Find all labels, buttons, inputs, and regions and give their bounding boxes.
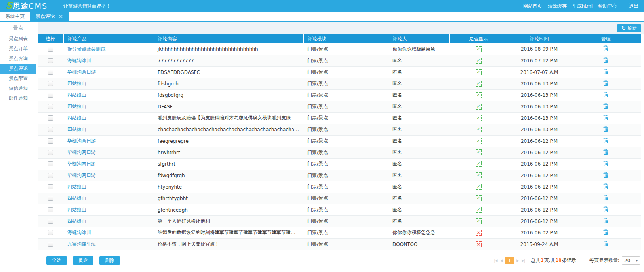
- sidebar-item-scenic-orders[interactable]: 景点订单: [0, 44, 36, 54]
- row-checkbox[interactable]: [48, 93, 53, 98]
- visibility-cell: ✓: [449, 124, 508, 135]
- row-checkbox[interactable]: [48, 219, 53, 224]
- hidden-cross-icon[interactable]: ×: [476, 230, 482, 236]
- visible-check-icon[interactable]: ✓: [476, 58, 482, 64]
- visible-check-icon[interactable]: ✓: [476, 104, 482, 110]
- sidebar-item-sms-notify[interactable]: 短信通知: [0, 83, 36, 93]
- row-delete-button[interactable]: [603, 138, 608, 145]
- visible-check-icon[interactable]: ✓: [476, 195, 482, 201]
- row-delete-button[interactable]: [603, 45, 608, 53]
- row-delete-button[interactable]: [603, 229, 608, 236]
- row-checkbox[interactable]: [48, 104, 53, 109]
- first-page-icon[interactable]: |◀: [494, 259, 497, 263]
- last-page-icon[interactable]: ▶|: [522, 259, 525, 263]
- product-link[interactable]: 四姑娘山: [67, 184, 86, 189]
- visible-check-icon[interactable]: ✓: [476, 81, 482, 87]
- row-checkbox[interactable]: [48, 70, 53, 75]
- sidebar-item-scenic-comments[interactable]: 景点评论: [0, 64, 36, 74]
- visible-check-icon[interactable]: ✓: [476, 207, 482, 213]
- prev-page-icon[interactable]: ◀: [500, 259, 502, 263]
- row-checkbox[interactable]: [48, 127, 53, 132]
- visible-check-icon[interactable]: ✓: [476, 218, 482, 224]
- row-delete-button[interactable]: [603, 241, 608, 248]
- row-checkbox[interactable]: [48, 58, 53, 63]
- row-delete-button[interactable]: [603, 57, 608, 64]
- row-delete-button[interactable]: [603, 115, 608, 122]
- product-link[interactable]: 四姑娘山: [67, 207, 86, 212]
- row-delete-button[interactable]: [603, 80, 608, 87]
- row-delete-button[interactable]: [603, 206, 608, 213]
- product-link[interactable]: 九寨沟犀牛海: [67, 241, 96, 247]
- visibility-cell: ✓: [449, 215, 508, 227]
- top-link-generate-html[interactable]: 生成html: [572, 3, 593, 9]
- row-delete-button[interactable]: [603, 183, 608, 191]
- product-link[interactable]: 毕棚沟两日游: [67, 138, 96, 144]
- page-size-select[interactable]: 20 ▾: [622, 256, 640, 265]
- row-checkbox[interactable]: [48, 115, 53, 121]
- delete-button[interactable]: 删除: [99, 256, 120, 265]
- invert-selection-button[interactable]: 反选: [73, 256, 93, 265]
- visible-check-icon[interactable]: ✓: [476, 138, 482, 144]
- top-link-help-center[interactable]: 帮助中心: [598, 3, 617, 9]
- row-delete-button[interactable]: [603, 195, 608, 202]
- row-checkbox[interactable]: [48, 81, 53, 86]
- product-link[interactable]: 毕棚沟两日游: [67, 149, 96, 155]
- hidden-cross-icon[interactable]: ×: [476, 241, 482, 247]
- row-delete-button[interactable]: [603, 161, 608, 168]
- top-link-site-home[interactable]: 网站首页: [523, 3, 542, 9]
- row-checkbox[interactable]: [48, 184, 53, 189]
- product-link[interactable]: 四姑娘山: [67, 218, 86, 224]
- current-page-badge[interactable]: 1: [505, 257, 514, 264]
- row-delete-button[interactable]: [603, 126, 608, 133]
- row-checkbox[interactable]: [48, 161, 53, 166]
- row-checkbox[interactable]: [48, 242, 53, 247]
- product-link[interactable]: 海螺沟冰川: [67, 230, 91, 235]
- row-checkbox[interactable]: [48, 47, 53, 52]
- row-delete-button[interactable]: [603, 218, 608, 225]
- sidebar-item-scenic-list[interactable]: 景点列表: [0, 34, 36, 44]
- sidebar-item-scenic-inquiries[interactable]: 景点咨询: [0, 54, 36, 64]
- product-link[interactable]: 四姑娘山: [67, 92, 86, 98]
- visible-check-icon[interactable]: ✓: [476, 127, 482, 132]
- product-link[interactable]: 四姑娘山: [67, 81, 86, 86]
- visible-check-icon[interactable]: ✓: [476, 149, 482, 155]
- visible-check-icon[interactable]: ✓: [476, 161, 482, 167]
- visible-check-icon[interactable]: ✓: [476, 115, 482, 121]
- product-link[interactable]: 海螺沟冰川: [67, 58, 91, 63]
- row-checkbox[interactable]: [48, 150, 53, 155]
- row-delete-button[interactable]: [603, 103, 608, 110]
- product-link[interactable]: 毕棚沟两日游: [67, 161, 96, 166]
- row-delete-button[interactable]: [603, 69, 608, 76]
- visible-check-icon[interactable]: ✓: [476, 46, 482, 52]
- product-link[interactable]: 四姑娘山: [67, 115, 86, 121]
- row-checkbox[interactable]: [48, 138, 53, 144]
- top-link-logout[interactable]: 退出: [629, 3, 638, 9]
- product-link[interactable]: 四姑娘山: [67, 195, 86, 201]
- product-link[interactable]: 拆分景点蔬菜测试: [67, 46, 105, 52]
- tab-scenic-comments[interactable]: 景点评论 ×: [30, 12, 69, 21]
- product-link[interactable]: 四姑娘山: [67, 127, 86, 132]
- total-pages: 1: [540, 257, 544, 263]
- row-delete-button[interactable]: [603, 172, 608, 179]
- row-checkbox[interactable]: [48, 173, 53, 178]
- product-link[interactable]: 毕棚沟两日游: [67, 172, 96, 178]
- sidebar-item-email-notify[interactable]: 邮件通知: [0, 93, 36, 103]
- top-link-clear-cache[interactable]: 清除缓存: [548, 3, 567, 9]
- tab-system-home[interactable]: 系统主页: [0, 12, 30, 21]
- product-link[interactable]: 四姑娘山: [67, 104, 86, 109]
- next-page-icon[interactable]: ▶: [516, 259, 519, 263]
- row-checkbox[interactable]: [48, 207, 53, 212]
- visible-check-icon[interactable]: ✓: [476, 92, 482, 98]
- row-delete-button[interactable]: [603, 92, 608, 99]
- select-all-button[interactable]: 全选: [46, 256, 67, 265]
- row-checkbox[interactable]: [48, 230, 53, 235]
- sidebar-item-scenic-config[interactable]: 景点配置: [0, 74, 36, 83]
- row-delete-button[interactable]: [603, 149, 608, 156]
- row-checkbox[interactable]: [48, 196, 53, 201]
- visible-check-icon[interactable]: ✓: [476, 172, 482, 178]
- close-icon[interactable]: ×: [59, 13, 63, 19]
- refresh-button[interactable]: ↻ 刷新: [617, 24, 641, 32]
- visible-check-icon[interactable]: ✓: [476, 184, 482, 190]
- product-link[interactable]: 毕棚沟两日游: [67, 69, 96, 75]
- visible-check-icon[interactable]: ✓: [476, 69, 482, 75]
